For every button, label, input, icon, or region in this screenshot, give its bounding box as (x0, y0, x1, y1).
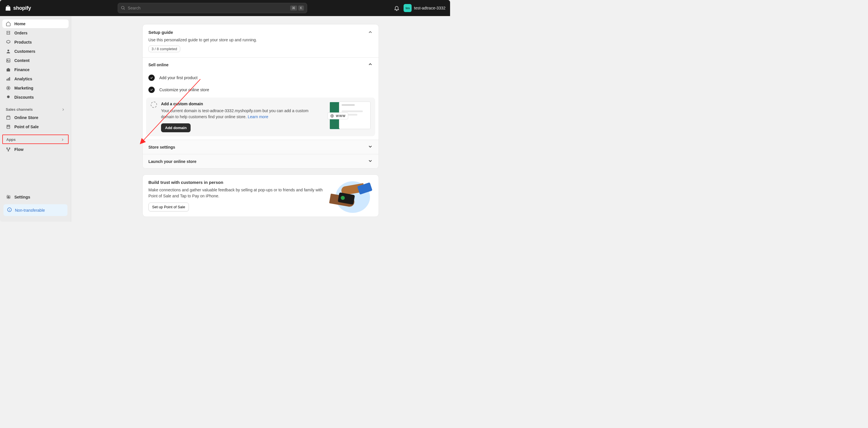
domain-thumbnail: WWW (328, 102, 371, 130)
svg-point-15 (8, 150, 9, 152)
sidebar-item-products[interactable]: Products (2, 38, 69, 46)
pos-icon (6, 124, 11, 129)
task-title: Add a custom domain (161, 102, 322, 106)
non-transferable-badge[interactable]: Non-transferable (3, 204, 67, 216)
pos-illustration (330, 180, 373, 211)
sidebar-item-label: Settings (14, 195, 30, 199)
check-icon (148, 74, 155, 81)
flow-icon (6, 147, 11, 152)
customers-icon (6, 49, 11, 54)
info-icon (7, 207, 12, 213)
sidebar-item-label: Customers (14, 49, 35, 54)
shopify-logo[interactable]: shopify (5, 5, 31, 11)
marketing-icon (6, 86, 11, 91)
svg-rect-3 (7, 59, 10, 62)
sidebar-item-label: Discounts (14, 95, 34, 100)
sidebar-item-label: Flow (14, 147, 24, 152)
globe-icon (330, 114, 334, 118)
analytics-icon (6, 76, 11, 81)
sidebar-item-online-store[interactable]: Online Store (2, 113, 69, 122)
brand-text: shopify (13, 5, 31, 11)
build-trust-card: Build trust with customers in person Mak… (143, 174, 379, 217)
svg-point-14 (9, 147, 10, 149)
chevron-right-icon (61, 107, 65, 111)
notifications-icon[interactable] (394, 5, 400, 11)
task-add-custom-domain: Add a custom domain Your current domain … (146, 98, 375, 136)
chevron-down-icon (368, 144, 373, 150)
svg-point-9 (8, 88, 9, 89)
gear-icon (6, 195, 11, 200)
svg-line-1 (124, 9, 125, 9)
sidebar-item-orders[interactable]: Orders (2, 29, 69, 37)
sales-channels-section[interactable]: Sales channels (2, 105, 69, 113)
section-store-settings[interactable]: Store settings (143, 140, 379, 154)
section-sell-online[interactable]: Sell online (143, 57, 379, 72)
sidebar-item-analytics[interactable]: Analytics (2, 74, 69, 83)
store-avatar: tes (404, 4, 412, 12)
search-icon (121, 6, 125, 10)
search-input[interactable]: Search ⌘ K (118, 3, 307, 13)
sidebar-item-settings[interactable]: Settings (2, 193, 69, 201)
chevron-up-icon[interactable] (368, 30, 373, 35)
products-icon (6, 40, 11, 45)
svg-rect-12 (7, 126, 9, 127)
sidebar-item-flow[interactable]: Flow (2, 145, 69, 154)
content-icon (6, 58, 11, 63)
sidebar-item-finance[interactable]: Finance (2, 65, 69, 74)
sidebar-item-customers[interactable]: Customers (2, 47, 69, 56)
sidebar-item-label: Orders (14, 31, 28, 35)
sidebar-item-marketing[interactable]: Marketing (2, 84, 69, 92)
search-shortcut: ⌘ K (290, 5, 304, 11)
sidebar-item-label: Content (14, 58, 30, 63)
sidebar: Home Orders Products Customers Content F… (0, 16, 71, 222)
svg-rect-10 (7, 117, 10, 119)
sidebar-item-content[interactable]: Content (2, 56, 69, 65)
search-placeholder: Search (128, 6, 288, 10)
pending-circle-icon (151, 102, 157, 108)
svg-point-4 (7, 60, 8, 60)
finance-icon (6, 67, 11, 72)
setup-guide-card: Setup guide Use this personalized guide … (143, 24, 379, 169)
sidebar-item-home[interactable]: Home (2, 20, 69, 28)
chevron-right-icon (61, 138, 65, 142)
discounts-icon (6, 95, 11, 100)
svg-rect-5 (7, 79, 7, 80)
trust-title: Build trust with customers in person (148, 180, 323, 185)
task-add-first-product[interactable]: Add your first product (143, 72, 379, 84)
sidebar-item-label: Products (14, 40, 32, 44)
section-launch-store[interactable]: Launch your online store (143, 154, 379, 168)
setup-guide-title: Setup guide (148, 30, 173, 35)
sidebar-item-discounts[interactable]: Discounts (2, 93, 69, 102)
home-icon (6, 21, 11, 26)
learn-more-link[interactable]: Learn more (248, 114, 268, 119)
task-description: Your current domain is test-adtrace-3332… (161, 108, 322, 120)
svg-point-0 (121, 6, 124, 9)
sidebar-item-label: Marketing (14, 86, 33, 90)
apps-section[interactable]: Apps (2, 135, 69, 144)
store-icon (6, 115, 11, 120)
check-icon (148, 87, 155, 93)
store-menu[interactable]: tes test-adtrace-3332 (404, 4, 445, 12)
trust-description: Make connections and gather valuable fee… (148, 187, 323, 199)
shopify-bag-icon (5, 5, 11, 11)
sidebar-item-point-of-sale[interactable]: Point of Sale (2, 123, 69, 131)
task-customize-store[interactable]: Customize your online store (143, 84, 379, 96)
sidebar-item-label: Finance (14, 67, 30, 72)
store-name: test-adtrace-3332 (414, 6, 445, 10)
svg-point-2 (7, 50, 9, 51)
sidebar-item-label: Point of Sale (14, 125, 39, 129)
svg-point-13 (6, 147, 8, 149)
sidebar-item-label: Home (14, 22, 26, 26)
sidebar-item-label: Online Store (14, 115, 38, 120)
main-content: Setup guide Use this personalized guide … (71, 16, 450, 222)
setup-guide-subtitle: Use this personalized guide to get your … (148, 38, 373, 42)
sidebar-item-label: Analytics (14, 76, 32, 81)
add-domain-button[interactable]: Add domain (161, 123, 191, 132)
setup-pos-button[interactable]: Set up Point of Sale (148, 202, 189, 211)
chevron-up-icon (368, 62, 373, 68)
progress-badge: 3 / 8 completed (148, 45, 180, 52)
svg-rect-7 (9, 77, 10, 80)
orders-icon (6, 30, 11, 36)
chevron-down-icon (368, 158, 373, 164)
top-header: shopify Search ⌘ K tes test-adtrace-3332 (0, 0, 450, 16)
